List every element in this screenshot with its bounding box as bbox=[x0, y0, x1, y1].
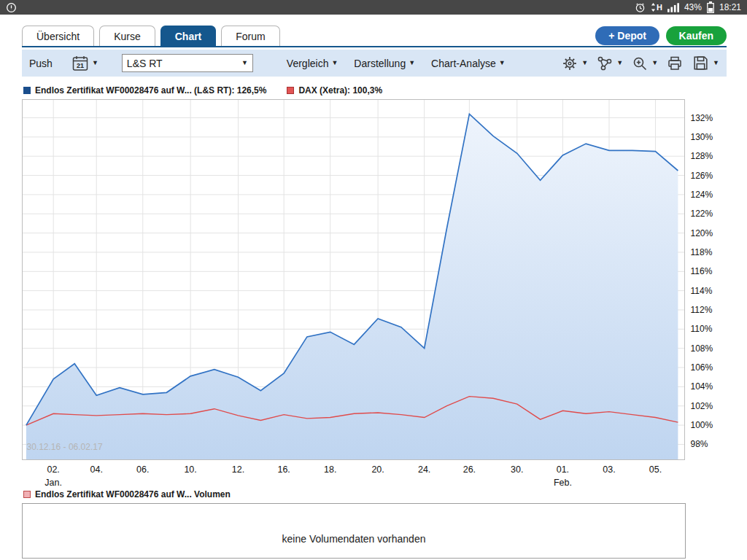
data-arrows-icon bbox=[651, 3, 656, 12]
svg-text:100%: 100% bbox=[691, 420, 713, 430]
chart-analyse-dropdown[interactable]: Chart-Analyse ▼ bbox=[431, 58, 506, 69]
add-depot-button[interactable]: + Depot bbox=[595, 26, 659, 45]
chevron-down-icon: ▼ bbox=[92, 60, 98, 66]
svg-text:108%: 108% bbox=[691, 343, 713, 354]
notification-icon bbox=[6, 2, 17, 13]
svg-text:116%: 116% bbox=[691, 266, 713, 276]
exchange-select[interactable]: L&S RT ▼ bbox=[122, 54, 253, 72]
svg-text:02.: 02. bbox=[47, 464, 59, 475]
darstellung-dropdown[interactable]: Darstellung ▼ bbox=[354, 58, 415, 69]
vergleich-dropdown[interactable]: Vergleich ▼ bbox=[287, 58, 338, 69]
svg-text:122%: 122% bbox=[691, 209, 713, 219]
print-button[interactable] bbox=[666, 55, 684, 72]
svg-text:130%: 130% bbox=[691, 132, 713, 142]
push-label: Push bbox=[29, 58, 53, 69]
printer-icon bbox=[666, 55, 684, 72]
svg-text:06.: 06. bbox=[136, 464, 149, 475]
tab-uebersicht[interactable]: Übersicht bbox=[22, 26, 94, 47]
tab-kurse[interactable]: Kurse bbox=[99, 26, 155, 47]
indicators-icon bbox=[596, 55, 614, 72]
volume-empty-message: keine Volumendaten vorhanden bbox=[23, 533, 685, 545]
tab-forum[interactable]: Forum bbox=[221, 26, 279, 47]
volume-panel: keine Volumendaten vorhanden bbox=[22, 503, 686, 559]
svg-text:26.: 26. bbox=[463, 464, 476, 475]
svg-text:24.: 24. bbox=[418, 464, 430, 475]
svg-text:12.: 12. bbox=[232, 464, 244, 475]
chevron-down-icon: ▼ bbox=[616, 60, 623, 66]
chart-legend: Endlos Zertifikat WF00028476 auf W... (L… bbox=[23, 85, 382, 96]
svg-text:98%: 98% bbox=[691, 439, 708, 449]
svg-text:102%: 102% bbox=[691, 401, 713, 411]
zoom-button[interactable]: ▼ bbox=[631, 55, 658, 72]
svg-text:124%: 124% bbox=[691, 190, 713, 200]
svg-text:30.12.16 - 06.02.17: 30.12.16 - 06.02.17 bbox=[27, 442, 103, 452]
vergleich-label: Vergleich bbox=[287, 58, 329, 69]
indicators-button[interactable]: ▼ bbox=[596, 55, 623, 72]
status-bar: H 43% 18:21 bbox=[0, 0, 747, 15]
tab-bar: Übersicht Kurse Chart Forum bbox=[22, 24, 285, 47]
chevron-down-icon: ▼ bbox=[713, 60, 719, 66]
kaufen-button[interactable]: Kaufen bbox=[666, 26, 727, 45]
series2-swatch-icon bbox=[287, 87, 294, 94]
price-chart[interactable]: 30.12.16 - 06.02.17132%130%128%126%124%1… bbox=[22, 98, 722, 487]
volume-legend: Endlos Zertifikat WF00028476 auf W... Vo… bbox=[23, 489, 231, 499]
svg-text:Feb.: Feb. bbox=[554, 478, 572, 488]
toolbar-icons: ▼ ▼ ▼ ▼ bbox=[561, 54, 719, 72]
svg-text:126%: 126% bbox=[691, 171, 713, 181]
svg-text:128%: 128% bbox=[691, 151, 713, 161]
svg-text:106%: 106% bbox=[691, 362, 713, 373]
svg-text:16.: 16. bbox=[277, 464, 290, 475]
svg-text:120%: 120% bbox=[691, 228, 713, 238]
svg-text:20.: 20. bbox=[371, 464, 384, 475]
svg-text:114%: 114% bbox=[691, 286, 713, 296]
chart-toolbar: Push 21 ▼ L&S RT ▼ Vergleich ▼ Darstellu… bbox=[22, 50, 727, 77]
chart-analyse-label: Chart-Analyse bbox=[431, 58, 496, 69]
calendar-day-value: 21 bbox=[71, 62, 89, 69]
darstellung-label: Darstellung bbox=[354, 58, 406, 69]
alarm-icon bbox=[635, 2, 646, 13]
svg-text:04.: 04. bbox=[90, 464, 103, 475]
battery-percent: 43% bbox=[684, 2, 702, 12]
settings-button[interactable]: ▼ bbox=[561, 55, 588, 72]
battery-icon bbox=[707, 1, 714, 13]
price-chart-canvas[interactable]: 30.12.16 - 06.02.17132%130%128%126%124%1… bbox=[22, 98, 722, 487]
legend-series1: Endlos Zertifikat WF00028476 auf W... (L… bbox=[23, 85, 266, 96]
volume-swatch-icon bbox=[23, 491, 31, 498]
network-type-indicator: H bbox=[651, 3, 662, 12]
svg-text:03.: 03. bbox=[603, 464, 615, 475]
signal-icon bbox=[667, 3, 679, 12]
svg-text:10.: 10. bbox=[184, 464, 196, 475]
clock: 18:21 bbox=[719, 2, 741, 12]
chevron-down-icon: ▼ bbox=[241, 60, 248, 66]
svg-text:Jan.: Jan. bbox=[44, 478, 62, 488]
chevron-down-icon: ▼ bbox=[331, 60, 338, 66]
chevron-down-icon: ▼ bbox=[409, 60, 415, 66]
svg-text:112%: 112% bbox=[691, 305, 713, 315]
svg-text:05.: 05. bbox=[649, 464, 662, 475]
save-button[interactable]: ▼ bbox=[692, 54, 719, 72]
gear-icon bbox=[561, 55, 578, 72]
chevron-down-icon: ▼ bbox=[581, 60, 588, 66]
svg-text:104%: 104% bbox=[691, 381, 713, 392]
save-icon bbox=[692, 54, 710, 72]
zoom-in-icon bbox=[631, 55, 649, 72]
tab-chart[interactable]: Chart bbox=[160, 26, 217, 47]
svg-text:110%: 110% bbox=[691, 324, 713, 334]
svg-text:118%: 118% bbox=[691, 247, 713, 257]
svg-text:30.: 30. bbox=[511, 464, 523, 475]
tab-underline bbox=[22, 46, 727, 47]
chevron-down-icon: ▼ bbox=[499, 60, 506, 66]
series1-swatch-icon bbox=[23, 87, 31, 94]
exchange-select-value: L&S RT bbox=[127, 58, 163, 69]
svg-text:132%: 132% bbox=[691, 113, 713, 123]
chevron-down-icon: ▼ bbox=[651, 60, 658, 66]
legend-series2: DAX (Xetra): 100,3% bbox=[287, 85, 382, 96]
interval-button[interactable]: 21 ▼ bbox=[71, 55, 98, 71]
svg-text:18.: 18. bbox=[324, 464, 336, 475]
svg-text:01.: 01. bbox=[557, 464, 569, 475]
